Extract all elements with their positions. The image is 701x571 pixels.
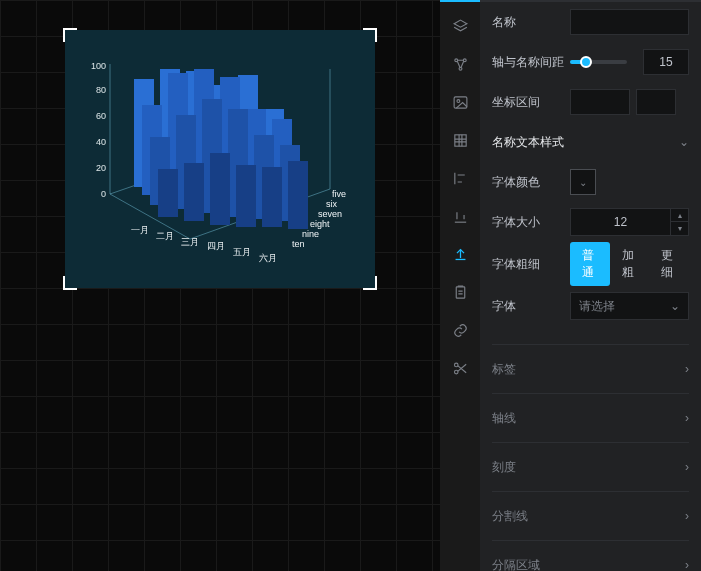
grid-icon[interactable]: [440, 122, 480, 158]
svg-rect-29: [454, 134, 465, 145]
xcat: 四月: [207, 241, 225, 251]
editor-canvas[interactable]: 0 20 40 60 80 100 一月: [0, 0, 440, 571]
font-color-swatch[interactable]: ⌄: [570, 169, 596, 195]
name-gap-label: 轴与名称间距: [492, 54, 570, 71]
upload-icon[interactable]: [440, 236, 480, 272]
font-size-label: 字体大小: [492, 214, 570, 231]
axis-range-label: 坐标区间: [492, 94, 570, 111]
font-size-spinner[interactable]: 12 ▴ ▾: [570, 208, 689, 236]
svg-rect-19: [184, 163, 204, 221]
spinner-down-icon[interactable]: ▾: [671, 222, 688, 235]
svg-point-25: [463, 58, 466, 61]
panel-iconbar: [440, 0, 480, 571]
xcat: 二月: [156, 231, 174, 241]
selected-element-frame[interactable]: 0 20 40 60 80 100 一月: [65, 30, 375, 288]
align-left-icon[interactable]: [440, 160, 480, 196]
section-tick-text: 刻度: [492, 459, 516, 476]
zcat: nine: [302, 229, 319, 239]
bar3d-chart: 0 20 40 60 80 100 一月: [80, 45, 360, 273]
chevron-down-icon: ⌄: [579, 177, 587, 188]
ytick: 20: [96, 163, 106, 173]
xcat: 五月: [233, 247, 251, 257]
chevron-right-icon: ›: [685, 411, 689, 425]
resize-handle-tl[interactable]: [63, 28, 77, 42]
name-gap-slider[interactable]: [570, 60, 637, 64]
font-family-label: 字体: [492, 298, 570, 315]
chevron-right-icon: ›: [685, 558, 689, 571]
svg-point-26: [459, 67, 462, 70]
text-style-header-label: 名称文本样式: [492, 134, 564, 151]
section-axis-line-text: 轴线: [492, 410, 516, 427]
font-family-select[interactable]: 请选择 ⌄: [570, 292, 689, 320]
zcat: six: [326, 199, 337, 209]
scissors-icon[interactable]: [440, 350, 480, 386]
xcat: 一月: [131, 225, 149, 235]
chevron-down-icon: ⌄: [670, 299, 680, 313]
font-weight-normal[interactable]: 普通: [570, 242, 610, 286]
font-weight-bold[interactable]: 加粗: [610, 242, 650, 286]
section-split-line[interactable]: 分割线 ›: [480, 496, 701, 536]
name-gap-value[interactable]: [643, 49, 689, 75]
svg-rect-27: [454, 96, 467, 107]
svg-rect-20: [210, 153, 230, 225]
xcat: 三月: [181, 237, 199, 247]
zcat: five: [332, 189, 346, 199]
chevron-down-icon: ⌄: [679, 135, 689, 149]
ytick: 80: [96, 85, 106, 95]
section-split-area-text: 分隔区域: [492, 557, 540, 572]
axis-range-min[interactable]: [570, 89, 630, 115]
svg-rect-23: [288, 161, 308, 229]
section-tick[interactable]: 刻度 ›: [480, 447, 701, 487]
resize-handle-bl[interactable]: [63, 276, 77, 290]
ytick: 100: [91, 61, 106, 71]
clipboard-icon[interactable]: [440, 274, 480, 310]
axis-range-max[interactable]: [636, 89, 676, 115]
zcat: seven: [318, 209, 342, 219]
font-size-value: 12: [571, 215, 670, 229]
name-input[interactable]: [570, 9, 689, 35]
section-split-area[interactable]: 分隔区域 ›: [480, 545, 701, 571]
image-icon[interactable]: [440, 84, 480, 120]
svg-point-28: [456, 99, 459, 102]
chevron-right-icon: ›: [685, 362, 689, 376]
font-family-placeholder: 请选择: [579, 298, 615, 315]
zcat: ten: [292, 239, 305, 249]
xcat: 六月: [259, 253, 277, 263]
svg-rect-30: [456, 286, 465, 297]
text-style-header[interactable]: 名称文本样式 ⌄: [480, 122, 701, 162]
zcat: eight: [310, 219, 330, 229]
svg-rect-21: [236, 165, 256, 227]
link-icon[interactable]: [440, 312, 480, 348]
layers-icon[interactable]: [440, 8, 480, 44]
resize-handle-tr[interactable]: [363, 28, 377, 42]
svg-point-24: [454, 58, 457, 61]
properties-panel: 名称 轴与名称间距 坐标区间 名称文本样式 ⌄ 字体颜色: [440, 0, 701, 571]
section-label-text: 标签: [492, 361, 516, 378]
font-color-label: 字体颜色: [492, 174, 570, 191]
chevron-right-icon: ›: [685, 509, 689, 523]
nodes-icon[interactable]: [440, 46, 480, 82]
ytick: 0: [101, 189, 106, 199]
resize-handle-br[interactable]: [363, 276, 377, 290]
section-label[interactable]: 标签 ›: [480, 349, 701, 389]
chevron-right-icon: ›: [685, 460, 689, 474]
font-weight-label: 字体粗细: [492, 256, 570, 273]
properties-scroll[interactable]: 名称 轴与名称间距 坐标区间 名称文本样式 ⌄ 字体颜色: [480, 0, 701, 571]
name-label: 名称: [492, 14, 570, 31]
section-axis-line[interactable]: 轴线 ›: [480, 398, 701, 438]
font-weight-light[interactable]: 更细: [649, 242, 689, 286]
font-weight-group: 普通 加粗 更细: [570, 242, 689, 286]
ytick: 60: [96, 111, 106, 121]
section-split-line-text: 分割线: [492, 508, 528, 525]
svg-rect-18: [158, 169, 178, 217]
align-bottom-icon[interactable]: [440, 198, 480, 234]
svg-rect-22: [262, 167, 282, 227]
spinner-up-icon[interactable]: ▴: [671, 209, 688, 222]
ytick: 40: [96, 137, 106, 147]
